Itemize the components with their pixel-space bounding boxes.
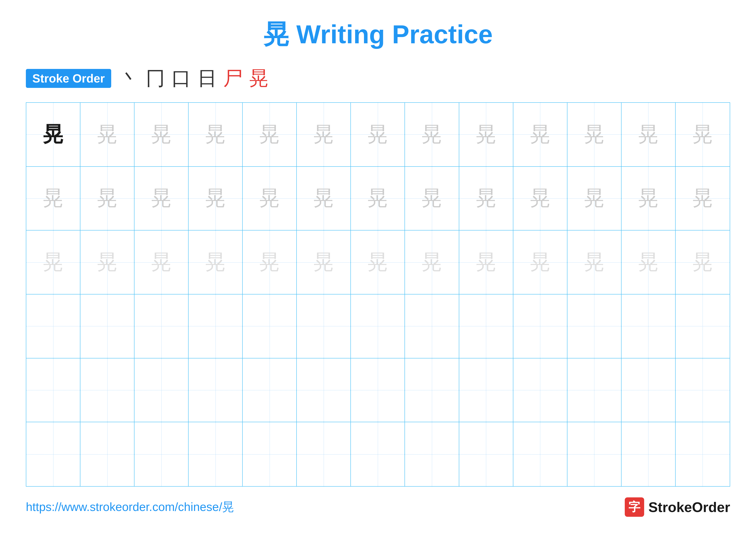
grid-cell-0-10[interactable]: 晃: [567, 103, 622, 166]
title-character: 晃: [263, 20, 289, 49]
grid-cell-3-10[interactable]: [567, 294, 622, 358]
grid-cell-2-0[interactable]: 晃: [26, 231, 80, 294]
grid-cell-5-4[interactable]: [243, 422, 297, 486]
grid-cell-5-11[interactable]: [622, 422, 676, 486]
grid-cell-1-1[interactable]: 晃: [80, 167, 134, 230]
grid-cell-0-0[interactable]: 晃: [26, 103, 80, 166]
grid-cell-5-8[interactable]: [459, 422, 513, 486]
grid-cell-3-4[interactable]: [243, 294, 297, 358]
char-display: 晃: [313, 252, 334, 272]
grid-cell-0-2[interactable]: 晃: [134, 103, 189, 166]
grid-cell-0-1[interactable]: 晃: [80, 103, 134, 166]
grid-cell-3-6[interactable]: [351, 294, 405, 358]
grid-cell-3-1[interactable]: [80, 294, 134, 358]
grid-cell-2-2[interactable]: 晃: [134, 231, 189, 294]
grid-cell-5-12[interactable]: [676, 422, 730, 486]
grid-cell-4-6[interactable]: [351, 358, 405, 422]
char-display: 晃: [692, 252, 713, 272]
grid-cell-4-10[interactable]: [567, 358, 622, 422]
grid-cell-0-4[interactable]: 晃: [243, 103, 297, 166]
grid-cell-5-6[interactable]: [351, 422, 405, 486]
grid-cell-0-9[interactable]: 晃: [513, 103, 567, 166]
grid-cell-4-5[interactable]: [297, 358, 351, 422]
grid-cell-2-11[interactable]: 晃: [622, 231, 676, 294]
grid-cell-4-11[interactable]: [622, 358, 676, 422]
grid-cell-2-6[interactable]: 晃: [351, 231, 405, 294]
grid-cell-2-3[interactable]: 晃: [189, 231, 243, 294]
grid-cell-0-6[interactable]: 晃: [351, 103, 405, 166]
grid-row-5: [26, 422, 730, 486]
char-display: 晃: [313, 188, 334, 209]
grid-row-3: [26, 294, 730, 358]
grid-cell-4-7[interactable]: [405, 358, 459, 422]
grid-cell-4-0[interactable]: [26, 358, 80, 422]
grid-cell-3-9[interactable]: [513, 294, 567, 358]
grid-cell-5-5[interactable]: [297, 422, 351, 486]
char-display: 晃: [151, 124, 172, 145]
grid-cell-4-12[interactable]: [676, 358, 730, 422]
grid-cell-5-2[interactable]: [134, 422, 189, 486]
stroke-2: 冂: [146, 65, 165, 91]
grid-cell-3-7[interactable]: [405, 294, 459, 358]
footer-url[interactable]: https://www.strokeorder.com/chinese/晃: [26, 499, 234, 515]
footer-logo: 字 StrokeOrder: [625, 497, 730, 517]
grid-cell-1-11[interactable]: 晃: [622, 167, 676, 230]
grid-cell-1-8[interactable]: 晃: [459, 167, 513, 230]
grid-cell-3-0[interactable]: [26, 294, 80, 358]
char-display: 晃: [97, 188, 118, 209]
grid-cell-4-9[interactable]: [513, 358, 567, 422]
grid-cell-1-2[interactable]: 晃: [134, 167, 189, 230]
grid-cell-5-10[interactable]: [567, 422, 622, 486]
grid-cell-1-12[interactable]: 晃: [676, 167, 730, 230]
grid-cell-4-3[interactable]: [189, 358, 243, 422]
grid-cell-1-6[interactable]: 晃: [351, 167, 405, 230]
grid-cell-1-7[interactable]: 晃: [405, 167, 459, 230]
grid-row-2: 晃晃晃晃晃晃晃晃晃晃晃晃晃: [26, 231, 730, 294]
grid-cell-2-5[interactable]: 晃: [297, 231, 351, 294]
grid-cell-4-1[interactable]: [80, 358, 134, 422]
grid-cell-3-3[interactable]: [189, 294, 243, 358]
grid-cell-4-4[interactable]: [243, 358, 297, 422]
grid-cell-0-3[interactable]: 晃: [189, 103, 243, 166]
grid-cell-2-4[interactable]: 晃: [243, 231, 297, 294]
grid-cell-3-8[interactable]: [459, 294, 513, 358]
grid-cell-5-0[interactable]: [26, 422, 80, 486]
grid-cell-0-8[interactable]: 晃: [459, 103, 513, 166]
char-display: 晃: [367, 124, 388, 145]
grid-cell-3-2[interactable]: [134, 294, 189, 358]
grid-cell-2-8[interactable]: 晃: [459, 231, 513, 294]
grid-cell-2-12[interactable]: 晃: [676, 231, 730, 294]
grid-cell-2-9[interactable]: 晃: [513, 231, 567, 294]
char-display: 晃: [259, 124, 280, 145]
grid-cell-1-0[interactable]: 晃: [26, 167, 80, 230]
grid-cell-1-9[interactable]: 晃: [513, 167, 567, 230]
stroke-sequence: 丶 冂 口 日 尸 晃: [120, 65, 269, 91]
grid-cell-3-11[interactable]: [622, 294, 676, 358]
grid-cell-5-3[interactable]: [189, 422, 243, 486]
grid-cell-1-3[interactable]: 晃: [189, 167, 243, 230]
stroke-3: 口: [172, 65, 191, 91]
grid-cell-3-5[interactable]: [297, 294, 351, 358]
char-display: 晃: [151, 188, 172, 209]
char-display: 晃: [530, 124, 551, 145]
grid-cell-0-12[interactable]: 晃: [676, 103, 730, 166]
char-display: 晃: [421, 252, 442, 272]
grid-cell-0-7[interactable]: 晃: [405, 103, 459, 166]
grid-cell-5-1[interactable]: [80, 422, 134, 486]
char-display: 晃: [259, 252, 280, 272]
char-display: 晃: [205, 252, 226, 272]
grid-cell-2-10[interactable]: 晃: [567, 231, 622, 294]
grid-cell-2-1[interactable]: 晃: [80, 231, 134, 294]
grid-cell-2-7[interactable]: 晃: [405, 231, 459, 294]
grid-cell-1-5[interactable]: 晃: [297, 167, 351, 230]
char-display: 晃: [476, 124, 496, 145]
grid-cell-1-4[interactable]: 晃: [243, 167, 297, 230]
grid-cell-5-7[interactable]: [405, 422, 459, 486]
grid-cell-0-5[interactable]: 晃: [297, 103, 351, 166]
grid-cell-1-10[interactable]: 晃: [567, 167, 622, 230]
grid-cell-3-12[interactable]: [676, 294, 730, 358]
grid-cell-5-9[interactable]: [513, 422, 567, 486]
grid-cell-4-2[interactable]: [134, 358, 189, 422]
grid-cell-0-11[interactable]: 晃: [622, 103, 676, 166]
grid-cell-4-8[interactable]: [459, 358, 513, 422]
